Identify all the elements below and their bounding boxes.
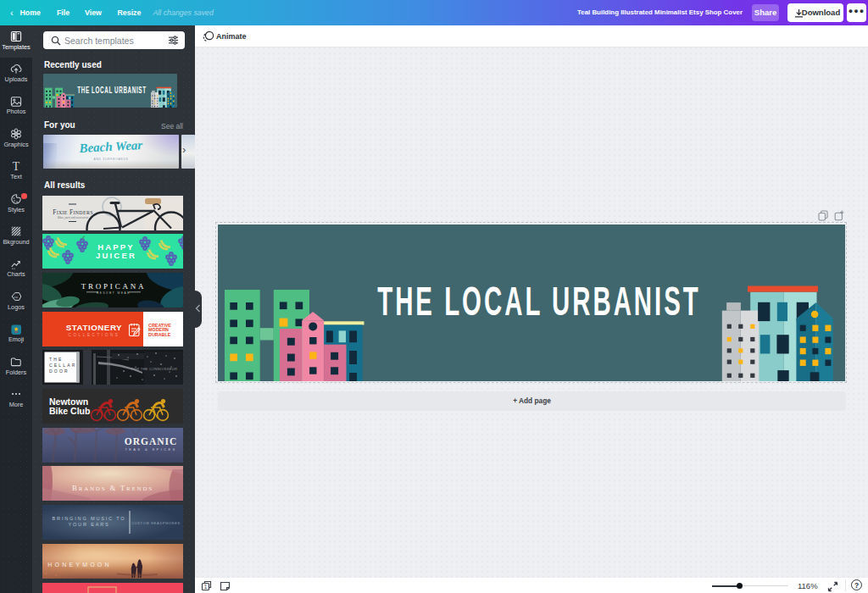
svg-text:STATIONERY: STATIONERY bbox=[66, 323, 122, 332]
svg-text:co.: co. bbox=[14, 295, 19, 299]
svg-text:FOR THE CONNOISSEUR: FOR THE CONNOISSEUR bbox=[131, 367, 177, 371]
svg-text:DURABLE: DURABLE bbox=[148, 331, 171, 336]
svg-text:CUSTOM HEADPHONES: CUSTOM HEADPHONES bbox=[131, 522, 181, 525]
svg-text:Bike Club: Bike Club bbox=[49, 406, 90, 416]
svg-text:BRANDS & TRENDS: BRANDS & TRENDS bbox=[72, 484, 153, 492]
svg-text:JUICER: JUICER bbox=[96, 251, 136, 260]
svg-text:BRINGING MUSIC TO: BRINGING MUSIC TO bbox=[53, 516, 126, 521]
svg-text:1: 1 bbox=[204, 584, 208, 590]
svg-text:ORGANIC: ORGANIC bbox=[125, 436, 178, 446]
svg-text:COLLECTIONS: COLLECTIONS bbox=[68, 333, 120, 337]
svg-text:CELLAR: CELLAR bbox=[49, 363, 77, 368]
svg-text:TEAS & SPICES: TEAS & SPICES bbox=[125, 446, 176, 451]
svg-text:HONEYMOON: HONEYMOON bbox=[47, 562, 111, 568]
svg-text:T: T bbox=[13, 160, 20, 173]
svg-text:THE: THE bbox=[49, 357, 64, 362]
svg-text:RESORT WEAR: RESORT WEAR bbox=[97, 291, 131, 295]
svg-text:YOUR EARS: YOUR EARS bbox=[68, 522, 109, 527]
svg-text:TROPICANA: TROPICANA bbox=[81, 281, 147, 290]
svg-text:FIXIE FINDERS: FIXIE FINDERS bbox=[53, 208, 93, 215]
svg-text:DOOR: DOOR bbox=[49, 369, 70, 374]
